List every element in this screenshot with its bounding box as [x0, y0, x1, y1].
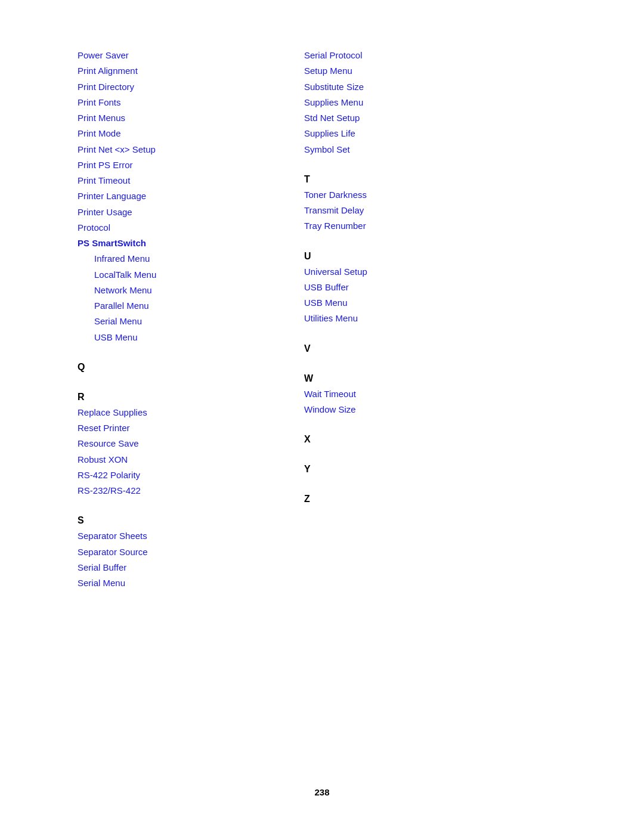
spacer-z-before	[304, 477, 566, 483]
spacer-t-before	[304, 157, 566, 163]
link-localtalk-menu[interactable]: LocalTalk Menu	[78, 267, 304, 283]
section-header-u: U	[304, 251, 566, 262]
right-column: Serial Protocol Setup Menu Substitute Si…	[304, 48, 566, 591]
link-separator-sheets[interactable]: Separator Sheets	[78, 528, 304, 544]
spacer-y-before	[304, 447, 566, 453]
link-serial-protocol[interactable]: Serial Protocol	[304, 48, 566, 63]
link-protocol[interactable]: Protocol	[78, 220, 304, 236]
link-serial-menu[interactable]: Serial Menu	[78, 575, 304, 591]
link-wait-timeout[interactable]: Wait Timeout	[304, 386, 566, 402]
link-printer-usage[interactable]: Printer Usage	[78, 205, 304, 220]
link-power-saver[interactable]: Power Saver	[78, 48, 304, 63]
link-supplies-menu[interactable]: Supplies Menu	[304, 95, 566, 110]
link-print-fonts[interactable]: Print Fonts	[78, 95, 304, 110]
link-resource-save[interactable]: Resource Save	[78, 436, 304, 451]
link-rs232-rs422[interactable]: RS-232/RS-422	[78, 483, 304, 498]
link-ps-smartswitch[interactable]: PS SmartSwitch	[78, 236, 304, 251]
spacer-r-before	[78, 375, 304, 381]
left-column: Power Saver Print Alignment Print Direct…	[78, 48, 304, 591]
section-header-y: Y	[304, 464, 566, 475]
link-parallel-menu[interactable]: Parallel Menu	[78, 298, 304, 314]
link-print-directory[interactable]: Print Directory	[78, 79, 304, 95]
spacer-u-before	[304, 234, 566, 240]
link-print-ps-error[interactable]: Print PS Error	[78, 157, 304, 173]
link-substitute-size[interactable]: Substitute Size	[304, 79, 566, 95]
link-network-menu[interactable]: Network Menu	[78, 283, 304, 298]
spacer-q-before	[78, 345, 304, 351]
link-robust-xon[interactable]: Robust XON	[78, 452, 304, 467]
link-print-alignment[interactable]: Print Alignment	[78, 63, 304, 79]
link-replace-supplies[interactable]: Replace Supplies	[78, 405, 304, 420]
link-window-size[interactable]: Window Size	[304, 402, 566, 417]
link-serial-buffer[interactable]: Serial Buffer	[78, 560, 304, 575]
section-header-x: X	[304, 434, 566, 445]
section-header-q: Q	[78, 362, 304, 373]
spacer-x-before	[304, 417, 566, 423]
link-transmit-delay[interactable]: Transmit Delay	[304, 203, 566, 218]
link-serial-menu-sub[interactable]: Serial Menu	[78, 314, 304, 329]
link-rs422-polarity[interactable]: RS-422 Polarity	[78, 467, 304, 483]
spacer-w-before	[304, 357, 566, 363]
link-printer-language[interactable]: Printer Language	[78, 188, 304, 204]
section-header-t: T	[304, 174, 566, 185]
link-print-menus[interactable]: Print Menus	[78, 110, 304, 126]
link-reset-printer[interactable]: Reset Printer	[78, 420, 304, 436]
link-separator-source[interactable]: Separator Source	[78, 544, 304, 560]
spacer-s-before	[78, 498, 304, 504]
link-usb-buffer[interactable]: USB Buffer	[304, 280, 566, 295]
link-universal-setup[interactable]: Universal Setup	[304, 264, 566, 280]
section-header-v: V	[304, 343, 566, 354]
link-setup-menu[interactable]: Setup Menu	[304, 63, 566, 79]
link-usb-menu[interactable]: USB Menu	[304, 295, 566, 311]
link-print-mode[interactable]: Print Mode	[78, 126, 304, 141]
spacer-v-before	[304, 327, 566, 333]
section-header-z: Z	[304, 494, 566, 504]
page-number: 238	[314, 787, 329, 797]
section-header-r: R	[78, 392, 304, 402]
section-header-w: W	[304, 373, 566, 384]
link-utilities-menu[interactable]: Utilities Menu	[304, 311, 566, 326]
page-content: Power Saver Print Alignment Print Direct…	[0, 0, 644, 639]
link-symbol-set[interactable]: Symbol Set	[304, 142, 566, 157]
link-tray-renumber[interactable]: Tray Renumber	[304, 218, 566, 234]
link-supplies-life[interactable]: Supplies Life	[304, 126, 566, 141]
link-usb-menu-sub[interactable]: USB Menu	[78, 330, 304, 345]
link-toner-darkness[interactable]: Toner Darkness	[304, 187, 566, 203]
link-print-net-setup[interactable]: Print Net <x> Setup	[78, 142, 304, 157]
link-print-timeout[interactable]: Print Timeout	[78, 173, 304, 188]
section-header-s: S	[78, 515, 304, 526]
link-std-net-setup[interactable]: Std Net Setup	[304, 110, 566, 126]
link-infrared-menu[interactable]: Infrared Menu	[78, 251, 304, 267]
